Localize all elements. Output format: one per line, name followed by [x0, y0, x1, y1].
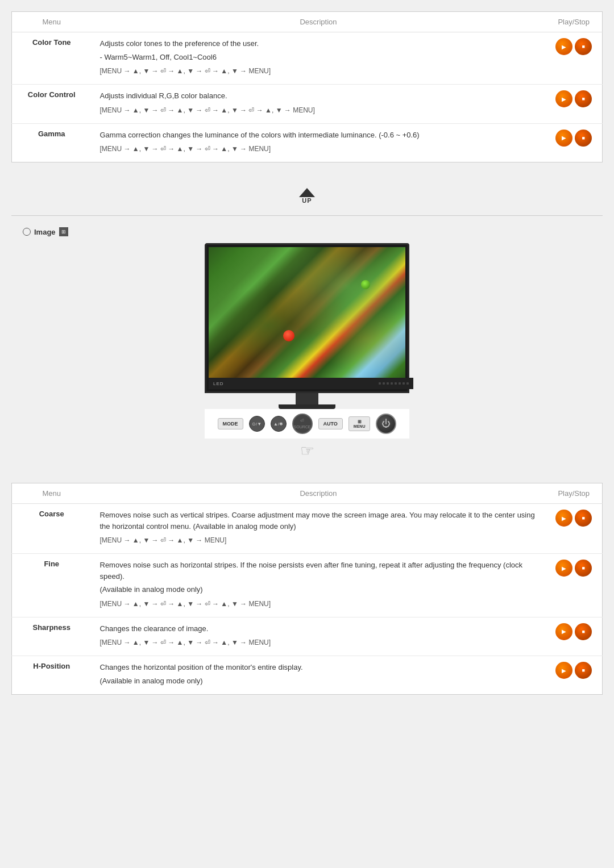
menu-item-desc: Changes the horizontal position of the m… — [92, 656, 546, 695]
play-stop-cell — [546, 617, 603, 656]
table-row: CoarseRemoves noise such as vertical str… — [12, 504, 603, 554]
monitor-buttons-row: MODE ⊙/▼ ▲/✱ ⏎ SOURCE AUTO ⊞ MENU ⏻ — [205, 409, 409, 439]
hand-cursor-section: ☞ — [23, 439, 591, 466]
up-label: UP — [302, 197, 312, 204]
stop-button[interactable] — [575, 560, 592, 577]
image-label-row: Image ⊞ — [23, 227, 591, 236]
hand-cursor-icon: ☞ — [300, 442, 314, 460]
menu-item-name: H-Position — [12, 656, 92, 695]
stop-button[interactable] — [575, 130, 592, 147]
image-label-text: Image — [34, 228, 56, 236]
play-stop-cell — [546, 85, 603, 124]
menu-button[interactable]: ⊞ MENU — [349, 416, 371, 431]
menu-item-desc: Adjusts individual R,G,B color balance.[… — [92, 85, 546, 124]
top-menu-table: Menu Description Play/Stop Color ToneAdj… — [11, 11, 603, 162]
top-col-play: Play/Stop — [546, 12, 603, 32]
green-ball — [361, 280, 370, 289]
play-button[interactable] — [555, 90, 572, 107]
menu-item-desc: Gamma correction changes the luminance o… — [92, 123, 546, 162]
play-stop-cell — [546, 554, 603, 617]
play-stop-cell — [546, 504, 603, 554]
monitor-stand — [296, 393, 318, 404]
table-row: FineRemoves noise such as horizontal str… — [12, 554, 603, 617]
section-divider — [11, 215, 603, 216]
menu-item-desc: Adjusts color tones to the preference of… — [92, 32, 546, 85]
source-button[interactable]: ⏎ SOURCE — [292, 414, 313, 434]
table-row: GammaGamma correction changes the lumina… — [12, 123, 603, 162]
table-row: SharpnessChanges the clearance of image.… — [12, 617, 603, 656]
mode-button[interactable]: MODE — [218, 418, 243, 429]
bottom-col-play: Play/Stop — [546, 483, 603, 504]
top-col-desc: Description — [92, 12, 546, 32]
bottom-col-desc: Description — [92, 483, 546, 504]
menu-item-desc: Removes noise such as horizontal stripes… — [92, 554, 546, 617]
monitor-screen — [209, 247, 405, 378]
play-stop-cell — [546, 32, 603, 85]
menu-item-name: Gamma — [12, 123, 92, 162]
table-row: H-PositionChanges the horizontal positio… — [12, 656, 603, 695]
stop-button[interactable] — [575, 510, 592, 527]
monitor-screen-wrapper: LED — [205, 243, 409, 393]
stop-button[interactable] — [575, 90, 592, 107]
play-button[interactable] — [555, 38, 572, 55]
play-stop-cell — [546, 123, 603, 162]
led-label: LED — [213, 381, 224, 386]
adjust-button[interactable]: ▲/✱ — [271, 416, 287, 432]
play-button[interactable] — [555, 662, 572, 679]
play-stop-cell — [546, 656, 603, 695]
menu-item-name: Color Tone — [12, 32, 92, 85]
play-button[interactable] — [555, 623, 572, 640]
up-arrow-section: UP — [11, 180, 603, 210]
play-button[interactable] — [555, 510, 572, 527]
power-button[interactable]: ⏻ — [376, 414, 396, 434]
monitor-container: LED MODE ⊙/▼ — [205, 243, 409, 439]
top-col-menu: Menu — [12, 12, 92, 32]
play-button[interactable] — [555, 560, 572, 577]
volume-button[interactable]: ⊙/▼ — [249, 416, 265, 432]
play-button[interactable] — [555, 130, 572, 147]
monitor-bottom-bar: LED — [209, 378, 413, 389]
monitor-base — [279, 404, 335, 409]
menu-item-desc: Removes noise such as vertical stripes. … — [92, 504, 546, 554]
menu-item-name: Color Control — [12, 85, 92, 124]
bottom-col-menu: Menu — [12, 483, 92, 504]
table-row: Color ToneAdjusts color tones to the pre… — [12, 32, 603, 85]
bottom-menu-table: Menu Description Play/Stop CoarseRemoves… — [11, 483, 603, 695]
menu-item-name: Coarse — [12, 504, 92, 554]
image-circle-icon — [23, 228, 31, 236]
menu-item-name: Sharpness — [12, 617, 92, 656]
stop-button[interactable] — [575, 38, 592, 55]
stop-button[interactable] — [575, 623, 592, 640]
image-square-icon: ⊞ — [59, 227, 68, 236]
menu-item-desc: Changes the clearance of image.[MENU → ▲… — [92, 617, 546, 656]
red-ball — [283, 330, 294, 341]
menu-item-name: Fine — [12, 554, 92, 617]
up-arrow-icon: UP — [299, 188, 315, 204]
table-row: Color ControlAdjusts individual R,G,B co… — [12, 85, 603, 124]
image-section: Image ⊞ LED — [11, 227, 603, 466]
led-dots — [379, 382, 409, 385]
stop-button[interactable] — [575, 662, 592, 679]
auto-button[interactable]: AUTO — [318, 418, 343, 429]
